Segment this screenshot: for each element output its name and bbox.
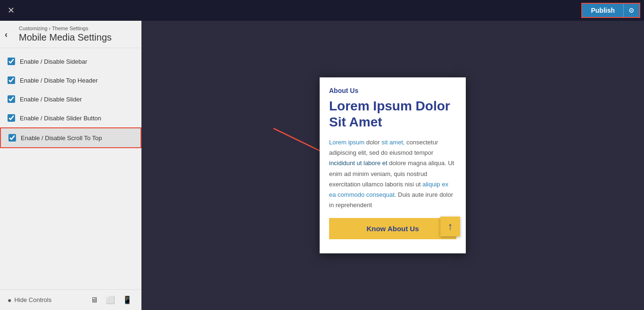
sidebar-item-label-slider-button[interactable]: Enable / Disable Slider Button	[20, 115, 101, 122]
body-text-part1: Lorem ipsum	[329, 139, 364, 146]
mobile-view-button[interactable]: 📱	[121, 294, 134, 305]
body-text-part2: sit amet,	[381, 139, 405, 146]
scroll-to-top-button[interactable]: ↑	[440, 217, 460, 236]
top-bar: ✕ Publish ⚙	[0, 0, 644, 21]
hide-controls-label[interactable]: Hide Controls	[14, 296, 51, 303]
sidebar-header: ‹ Customizing › Theme Settings Mobile Me…	[0, 21, 141, 48]
main-layout: ‹ Customizing › Theme Settings Mobile Me…	[0, 21, 644, 310]
close-button[interactable]: ✕	[4, 3, 18, 17]
hide-controls-icon: ●	[8, 296, 11, 304]
know-about-us-button[interactable]: Know About Us	[329, 218, 456, 239]
sidebar: ‹ Customizing › Theme Settings Mobile Me…	[0, 21, 141, 310]
sidebar-item-label-scroll-to-top[interactable]: Enable / Disable Scroll To Top	[21, 134, 102, 142]
sidebar-checkbox[interactable]	[8, 58, 15, 65]
sidebar-item-top-header-toggle[interactable]: Enable / Disable Top Header	[0, 71, 141, 90]
sidebar-item-sidebar-toggle[interactable]: Enable / Disable Sidebar	[0, 52, 141, 71]
breadcrumb: Customizing › Theme Settings	[19, 25, 134, 31]
desktop-view-button[interactable]: 🖥	[89, 294, 100, 305]
body-text-part3: incididunt ut labore et	[329, 159, 388, 167]
preview-container: About Us Lorem Ipsum Dolor Sit Amet Lore…	[320, 77, 466, 253]
preview-area: About Us Lorem Ipsum Dolor Sit Amet Lore…	[141, 21, 644, 310]
body-text-part5: ehenderit	[347, 201, 372, 209]
preview-heading: Lorem Ipsum Dolor Sit Amet	[329, 98, 456, 130]
view-icons: 🖥 ⬜ 📱	[89, 294, 134, 305]
body-text-part4: aliquip ex ea commodo consequat.	[329, 181, 448, 198]
sidebar-items: Enable / Disable Sidebar Enable / Disabl…	[0, 48, 141, 289]
slider-checkbox[interactable]	[8, 95, 15, 103]
slider-button-checkbox[interactable]	[8, 114, 15, 122]
breadcrumb-section[interactable]: Theme Settings	[52, 25, 88, 31]
top-header-checkbox[interactable]	[8, 76, 15, 84]
preview-body-text: Lorem ipsum dolor sit amet, consectetur …	[329, 137, 456, 210]
sidebar-item-slider-toggle[interactable]: Enable / Disable Slider	[0, 90, 141, 109]
publish-area: Publish ⚙	[581, 3, 640, 18]
sidebar-back-button[interactable]: ‹	[5, 29, 8, 39]
sidebar-item-scroll-to-top-toggle[interactable]: Enable / Disable Scroll To Top	[0, 127, 141, 148]
tablet-view-button[interactable]: ⬜	[104, 294, 117, 305]
sidebar-title: Mobile Media Settings	[19, 32, 134, 43]
preview-about-label: About Us	[329, 87, 456, 94]
publish-button[interactable]: Publish	[582, 4, 623, 17]
sidebar-item-label-slider[interactable]: Enable / Disable Slider	[20, 96, 82, 103]
settings-gear-button[interactable]: ⚙	[623, 4, 639, 17]
sidebar-item-label-top-header[interactable]: Enable / Disable Top Header	[20, 77, 98, 84]
sidebar-item-slider-button-toggle[interactable]: Enable / Disable Slider Button	[0, 109, 141, 127]
sidebar-footer: ● Hide Controls 🖥 ⬜ 📱	[0, 289, 141, 310]
sidebar-item-label-sidebar[interactable]: Enable / Disable Sidebar	[20, 58, 87, 65]
hide-controls-button[interactable]: ● Hide Controls	[8, 296, 51, 304]
scroll-to-top-checkbox[interactable]	[8, 134, 16, 142]
breadcrumb-root[interactable]: Customizing	[19, 25, 48, 31]
